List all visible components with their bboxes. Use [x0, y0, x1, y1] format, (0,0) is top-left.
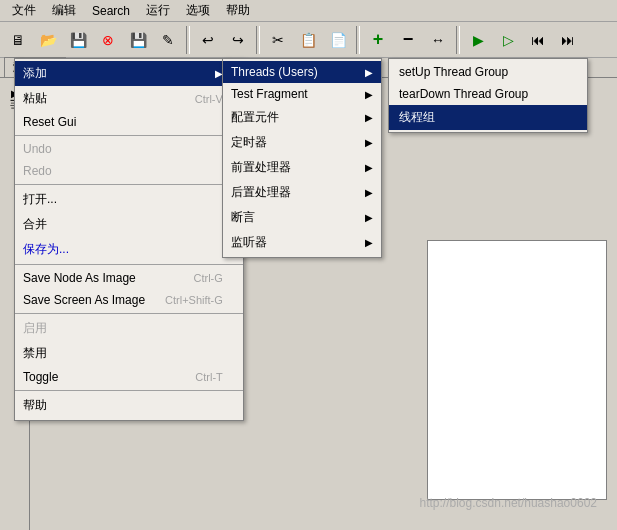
menu-item-resetgui[interactable]: Reset Gui	[15, 111, 243, 133]
submenu1-config[interactable]: 配置元件 ▶	[223, 105, 381, 130]
menu-item-paste-label: 粘贴	[23, 90, 47, 107]
submenu1-config-arrow: ▶	[365, 112, 373, 123]
toggle-shortcut: Ctrl-T	[195, 371, 223, 383]
menu-item-helpitem-label: 帮助	[23, 397, 47, 414]
menu-item-paste[interactable]: 粘贴 Ctrl-V	[15, 86, 243, 111]
menu-item-undo-label: Undo	[23, 142, 52, 156]
submenu1-threads-arrow: ▶	[365, 67, 373, 78]
submenu1-assert[interactable]: 断言 ▶	[223, 205, 381, 230]
toolbar-sep-2	[256, 26, 260, 54]
submenu2-setup[interactable]: setUp Thread Group	[389, 61, 587, 83]
menu-item-disable[interactable]: 禁用	[15, 341, 243, 366]
menu-item-open-label: 打开...	[23, 191, 57, 208]
menu-run[interactable]: 运行	[138, 0, 178, 21]
submenu1-threads[interactable]: Threads (Users) ▶	[223, 61, 381, 83]
menu-item-helpitem[interactable]: 帮助	[15, 393, 243, 418]
submenu1-preproc[interactable]: 前置处理器 ▶	[223, 155, 381, 180]
savenode-shortcut: Ctrl-G	[194, 272, 223, 284]
toolbar-btn-remove[interactable]: −	[394, 26, 422, 54]
menu-item-merge[interactable]: 合并	[15, 212, 243, 237]
submenu2-threadgroup[interactable]: 线程组	[389, 105, 587, 130]
menubar: 文件 编辑 Search 运行 选项 帮助	[0, 0, 617, 22]
menu-item-enable: 启用	[15, 316, 243, 341]
toolbar-sep-4	[456, 26, 460, 54]
toolbar-sep-1	[186, 26, 190, 54]
submenu1-testfrag-label: Test Fragment	[231, 87, 308, 101]
submenu1-listener[interactable]: 监听器 ▶	[223, 230, 381, 255]
menu-item-undo: Undo	[15, 138, 243, 160]
menu-item-merge-label: 合并	[23, 216, 47, 233]
toolbar-btn-redo[interactable]: ↪	[224, 26, 252, 54]
menu-item-enable-label: 启用	[23, 320, 47, 337]
submenu1-timer-arrow: ▶	[365, 137, 373, 148]
submenu1-listener-arrow: ▶	[365, 237, 373, 248]
submenu1-listener-label: 监听器	[231, 234, 267, 251]
menu-item-toggle[interactable]: Toggle Ctrl-T	[15, 366, 243, 388]
menu-item-add-label: 添加	[23, 65, 47, 82]
toolbar-btn-close[interactable]: ⊗	[94, 26, 122, 54]
menu-item-saveas-label: 保存为...	[23, 241, 69, 258]
toolbar-btn-play2[interactable]: ▷	[494, 26, 522, 54]
menu-item-resetgui-label: Reset Gui	[23, 115, 76, 129]
menu-item-saveas[interactable]: 保存为...	[15, 237, 243, 262]
paste-shortcut: Ctrl-V	[195, 93, 223, 105]
toolbar-btn-save[interactable]: 💾	[64, 26, 92, 54]
menu-file[interactable]: 文件	[4, 0, 44, 21]
toolbar-btn-save2[interactable]: 💾	[124, 26, 152, 54]
submenu2-teardown-label: tearDown Thread Group	[399, 87, 528, 101]
toolbar-btn-undo[interactable]: ↩	[194, 26, 222, 54]
submenu1-timer[interactable]: 定时器 ▶	[223, 130, 381, 155]
toolbar-btn-add[interactable]: +	[364, 26, 392, 54]
submenu1-postproc-arrow: ▶	[365, 187, 373, 198]
toolbar-btn-play[interactable]: ▶	[464, 26, 492, 54]
menu-item-add[interactable]: 添加 ▶	[15, 61, 243, 86]
toolbar-btn-next[interactable]: ⏭	[554, 26, 582, 54]
toolbar-btn-open[interactable]: 📂	[34, 26, 62, 54]
menu-item-open[interactable]: 打开...	[15, 187, 243, 212]
submenu2-threadgroup-label: 线程组	[399, 109, 435, 126]
submenu1-assert-arrow: ▶	[365, 212, 373, 223]
submenu1-preproc-label: 前置处理器	[231, 159, 291, 176]
inner-panel	[427, 240, 607, 500]
menu-item-savescreen[interactable]: Save Screen As Image Ctrl+Shift-G	[15, 289, 243, 311]
menu-edit[interactable]: 编辑	[44, 0, 84, 21]
savescreen-shortcut: Ctrl+Shift-G	[165, 294, 223, 306]
toolbar-btn-new[interactable]: 🖥	[4, 26, 32, 54]
submenu2-setup-label: setUp Thread Group	[399, 65, 508, 79]
submenu-add: Threads (Users) ▶ Test Fragment ▶ 配置元件 ▶…	[222, 58, 382, 258]
submenu1-testfrag-arrow: ▶	[365, 89, 373, 100]
toolbar-btn-edit[interactable]: ✎	[154, 26, 182, 54]
submenu1-testfrag[interactable]: Test Fragment ▶	[223, 83, 381, 105]
toolbar-sep-3	[356, 26, 360, 54]
toolbar: 🖥 📂 💾 ⊗ 💾 ✎ ↩ ↪ ✂ 📋 📄 + − ↔ ▶ ▷ ⏮ ⏭	[0, 22, 617, 58]
toolbar-btn-copy[interactable]: 📋	[294, 26, 322, 54]
menu-search[interactable]: Search	[84, 2, 138, 20]
menu-item-savenode-label: Save Node As Image	[23, 271, 136, 285]
submenu1-timer-label: 定时器	[231, 134, 267, 151]
submenu1-postproc-label: 后置处理器	[231, 184, 291, 201]
sep-3	[15, 264, 243, 265]
submenu1-assert-label: 断言	[231, 209, 255, 226]
sep-1	[15, 135, 243, 136]
submenu-threads: setUp Thread Group tearDown Thread Group…	[388, 58, 588, 133]
menu-item-disable-label: 禁用	[23, 345, 47, 362]
menu-item-redo-label: Redo	[23, 164, 52, 178]
submenu1-postproc[interactable]: 后置处理器 ▶	[223, 180, 381, 205]
menu-item-toggle-label: Toggle	[23, 370, 58, 384]
submenu2-teardown[interactable]: tearDown Thread Group	[389, 83, 587, 105]
toolbar-btn-paste[interactable]: 📄	[324, 26, 352, 54]
submenu1-preproc-arrow: ▶	[365, 162, 373, 173]
toolbar-btn-resize[interactable]: ↔	[424, 26, 452, 54]
menu-item-savescreen-label: Save Screen As Image	[23, 293, 145, 307]
menu-item-redo: Redo	[15, 160, 243, 182]
submenu1-config-label: 配置元件	[231, 109, 279, 126]
toolbar-btn-prev[interactable]: ⏮	[524, 26, 552, 54]
main-context-menu: 添加 ▶ 粘贴 Ctrl-V Reset Gui Undo Redo 打开...…	[14, 58, 244, 421]
submenu1-threads-label: Threads (Users)	[231, 65, 318, 79]
toolbar-btn-cut[interactable]: ✂	[264, 26, 292, 54]
menu-options[interactable]: 选项	[178, 0, 218, 21]
sep-2	[15, 184, 243, 185]
menu-item-savenode[interactable]: Save Node As Image Ctrl-G	[15, 267, 243, 289]
menu-help[interactable]: 帮助	[218, 0, 258, 21]
sep-4	[15, 313, 243, 314]
